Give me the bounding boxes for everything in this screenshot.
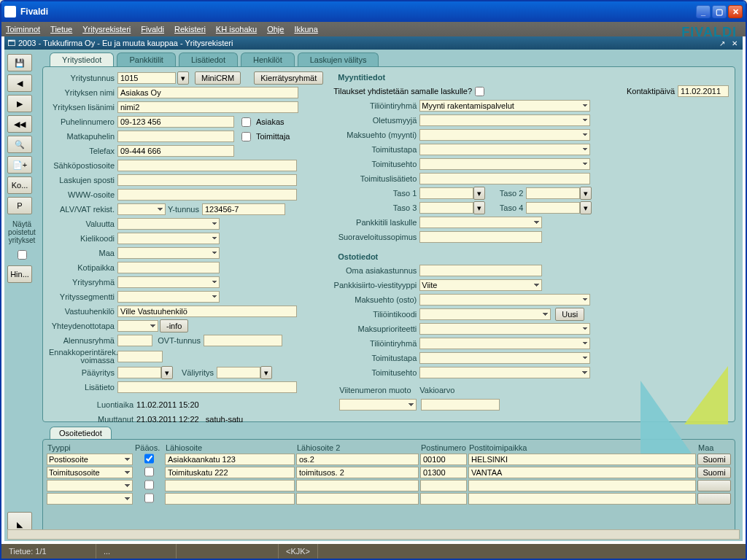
laskujen-sposti-input[interactable] (117, 174, 297, 186)
addr-pnro-input[interactable] (420, 467, 467, 478)
asiakas-checkbox[interactable] (241, 117, 251, 127)
minimize-icon[interactable]: _ (696, 5, 711, 18)
ovt-input[interactable] (204, 335, 282, 346)
alennusryhma-input[interactable] (117, 335, 152, 346)
info-button[interactable]: -info (160, 319, 188, 332)
taso4-input[interactable] (526, 202, 580, 214)
save-icon[interactable]: 💾 (7, 54, 32, 71)
addr-ptp-input[interactable] (468, 480, 696, 491)
addr-maa-button[interactable]: Suomi (697, 454, 731, 465)
menu-fivaldi[interactable]: Fivaldi (141, 25, 164, 34)
menu-toiminnot[interactable]: Toiminnot (6, 25, 40, 34)
yrityssegmentti-select[interactable] (117, 291, 220, 303)
maksuprio-select[interactable] (419, 323, 590, 335)
tiliointikoodi-select[interactable] (419, 308, 551, 320)
valuutta-select[interactable] (117, 218, 220, 230)
addr-lahi1-input[interactable] (165, 467, 295, 478)
maksuehto-osto-select[interactable] (419, 294, 590, 306)
yrityksen-nimi-input[interactable] (117, 87, 298, 98)
addr-paaos-checkbox[interactable] (144, 479, 154, 491)
search-icon[interactable]: 🔍 (7, 136, 32, 153)
suoraveloitus-input[interactable] (419, 231, 542, 243)
tab-pankkitilit[interactable]: Pankkitilit (117, 52, 175, 66)
toimitustapa-select[interactable] (419, 144, 590, 155)
ennakko-input[interactable] (117, 351, 163, 362)
pankkitili-select[interactable] (419, 217, 542, 228)
menu-khisohaku[interactable]: KH isohaku (216, 25, 257, 34)
toimittaja-checkbox[interactable] (241, 132, 251, 141)
toimitusehto2-select[interactable] (419, 367, 590, 378)
add-doc-icon[interactable]: 📄+ (7, 156, 32, 174)
uusi-button[interactable]: Uusi (555, 308, 584, 321)
addr-ptp-input[interactable] (468, 454, 696, 465)
addr-ptp-input[interactable] (468, 467, 696, 478)
taso3-lookup-icon[interactable]: ▾ (473, 201, 485, 214)
oma-asiakastunnus-input[interactable] (419, 265, 542, 276)
tiliointiryhma2-select[interactable] (419, 338, 590, 349)
menu-yritysrekisteri[interactable]: Yritysrekisteri (82, 25, 131, 34)
addr-lahi2-input[interactable] (296, 454, 419, 465)
www-input[interactable] (117, 189, 297, 201)
vakioarvo-input[interactable] (421, 399, 500, 411)
maksuehto-myynti-select[interactable] (419, 129, 590, 141)
ytunnus-input[interactable] (202, 203, 285, 215)
tab-henkilot[interactable]: Henkilöt (241, 52, 295, 66)
vastuuhenkilo-input[interactable] (117, 306, 297, 317)
addr-paaos-checkbox[interactable] (144, 453, 154, 464)
alv-select[interactable] (117, 203, 166, 215)
maximize-icon[interactable]: ▢ (712, 5, 727, 18)
addr-paaos-checkbox[interactable] (144, 466, 154, 478)
tab-yritystiedot[interactable]: Yritystiedot (50, 52, 114, 66)
yritystunnus-lookup-icon[interactable]: ▾ (177, 71, 189, 85)
toimituslisatieto-input[interactable] (419, 173, 590, 184)
valiyritys-lookup-icon[interactable]: ▾ (260, 366, 272, 379)
addr-tyyppi-select[interactable]: Toimitusosoite (47, 467, 133, 478)
addr-lahi1-input[interactable] (165, 493, 295, 505)
addr-ptp-input[interactable] (468, 493, 696, 505)
yritysryhma-select[interactable] (117, 276, 220, 288)
ko-button[interactable]: Ko... (7, 176, 32, 194)
tab-laskujen-valitys[interactable]: Laskujen välitys (298, 52, 379, 66)
addr-lahi2-input[interactable] (296, 480, 419, 491)
valiyritys-input[interactable] (217, 367, 260, 378)
menu-rekisteri[interactable]: Rekisteri (174, 25, 206, 34)
inner-resize-icon[interactable]: ↗ (717, 38, 727, 48)
paayritys-input[interactable] (117, 367, 161, 378)
addr-maa-button[interactable] (697, 493, 731, 505)
yritystunnus-input[interactable] (117, 72, 176, 84)
addr-lahi1-input[interactable] (165, 454, 295, 465)
toimitusehto-select[interactable] (419, 158, 590, 170)
taso4-lookup-icon[interactable]: ▾ (580, 201, 592, 214)
taso1-lookup-icon[interactable]: ▾ (473, 187, 485, 200)
menu-ikkuna[interactable]: Ikkuna (294, 25, 317, 34)
taso1-input[interactable] (419, 187, 473, 199)
taso2-lookup-icon[interactable]: ▾ (580, 187, 592, 200)
kielikoodi-select[interactable] (117, 233, 220, 244)
email-input[interactable] (117, 160, 297, 171)
yhteydenotto-select[interactable] (117, 320, 158, 332)
rewind-icon[interactable]: ◀◀ (7, 115, 32, 133)
viitenumero-select[interactable] (339, 399, 417, 411)
tab-osoitetiedot[interactable]: Osoitetiedot (50, 427, 112, 439)
pankkisiirto-select[interactable]: Viite (419, 279, 542, 291)
close-icon[interactable]: ✕ (728, 5, 743, 18)
addr-lahi2-input[interactable] (296, 493, 419, 505)
addr-tyyppi-select[interactable] (47, 493, 133, 505)
addr-pnro-input[interactable] (420, 454, 467, 465)
addr-paaos-checkbox[interactable] (144, 492, 154, 504)
tab-lisatiedot[interactable]: Lisätiedot (179, 52, 238, 66)
tilaukset-checkbox[interactable] (475, 87, 484, 96)
maa-select[interactable] (117, 247, 220, 259)
minicrm-button[interactable]: MiniCRM (195, 71, 241, 85)
lisanimi-input[interactable] (117, 101, 298, 113)
kontaktipaiva-input[interactable] (678, 85, 729, 97)
hin-button[interactable]: Hin... (7, 265, 32, 283)
kotipaikka-input[interactable] (117, 262, 220, 273)
tiliointiryhma-select[interactable]: Myynti rakentamispalvelut (419, 100, 590, 112)
p-button[interactable]: P (7, 197, 32, 214)
addr-tyyppi-select[interactable] (47, 480, 133, 491)
taso3-input[interactable] (419, 202, 473, 214)
paayritys-lookup-icon[interactable]: ▾ (161, 366, 173, 379)
puhelinnumero-input[interactable] (117, 116, 234, 128)
horizontal-scrollbar[interactable] (39, 529, 740, 540)
